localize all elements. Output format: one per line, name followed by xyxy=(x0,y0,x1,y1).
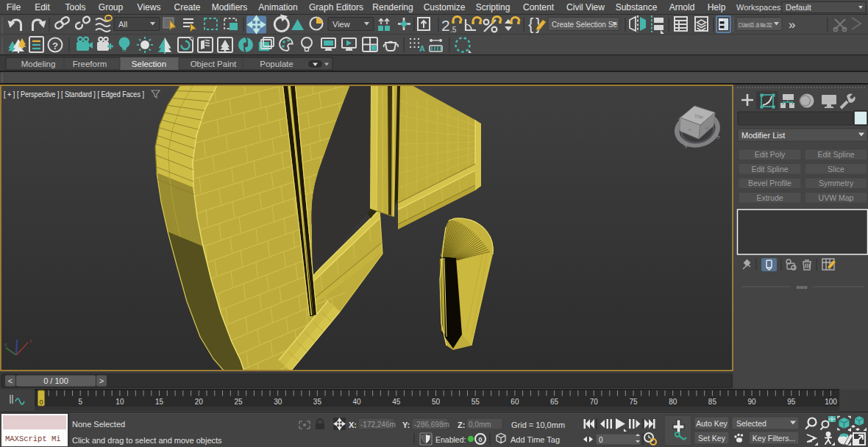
svg-text:Auto Key: Auto Key xyxy=(696,419,728,428)
svg-text:Grid = 10,0mm: Grid = 10,0mm xyxy=(511,421,565,429)
svg-text:Scripting: Scripting xyxy=(476,2,511,12)
svg-text:Selected: Selected xyxy=(736,419,766,428)
svg-text:Civil View: Civil View xyxy=(566,2,605,12)
svg-text:55: 55 xyxy=(472,398,480,406)
svg-text:Y:: Y: xyxy=(402,421,410,429)
svg-text:MAXScript Mi: MAXScript Mi xyxy=(5,435,61,443)
svg-text:10: 10 xyxy=(115,398,124,406)
svg-text:90: 90 xyxy=(748,398,757,406)
svg-text:50: 50 xyxy=(432,398,441,406)
svg-text:Rendering: Rendering xyxy=(372,2,413,12)
svg-text:15: 15 xyxy=(155,398,164,406)
svg-text:Substance: Substance xyxy=(616,2,658,12)
svg-text:Views: Views xyxy=(138,2,161,12)
svg-text:2: 2 xyxy=(441,17,450,34)
svg-text:45: 45 xyxy=(392,398,401,406)
svg-text:20: 20 xyxy=(195,398,204,406)
svg-text:C:\Users\Ol...ds Max 202:: C:\Users\Ol...ds Max 202: xyxy=(739,21,772,29)
svg-text:30: 30 xyxy=(274,398,282,406)
svg-text:35: 35 xyxy=(313,398,322,406)
svg-text:File: File xyxy=(7,2,21,12)
svg-text:Arnold: Arnold xyxy=(669,2,695,12)
svg-text:Populate: Populate xyxy=(260,60,293,68)
svg-text:{: { xyxy=(528,15,533,33)
svg-text:Z:: Z: xyxy=(458,421,465,429)
svg-text:<: < xyxy=(8,376,13,385)
svg-text:Bevel Profile: Bevel Profile xyxy=(748,179,791,187)
svg-text:Object Paint: Object Paint xyxy=(191,60,237,68)
svg-text:0: 0 xyxy=(599,436,603,444)
svg-text:A: A xyxy=(419,44,425,53)
svg-text:Freeform: Freeform xyxy=(73,60,107,68)
svg-text:Click and drag to select and m: Click and drag to select and move object… xyxy=(72,436,222,445)
svg-text:Modeling: Modeling xyxy=(21,60,56,68)
svg-text:Create Selection Se: Create Selection Se xyxy=(552,21,617,29)
svg-text:[ + ] [ Perspective ] [ Standa: [ + ] [ Perspective ] [ Standard ] [ Edg… xyxy=(4,90,144,99)
svg-text:100: 100 xyxy=(825,398,837,406)
svg-text:X:: X: xyxy=(349,421,357,429)
svg-text:Customize: Customize xyxy=(424,2,466,12)
svg-text:Selection: Selection xyxy=(132,60,166,68)
svg-text:Edit: Edit xyxy=(35,2,50,12)
svg-text:www: www xyxy=(795,285,808,290)
svg-text:Key Filters...: Key Filters... xyxy=(753,434,795,443)
svg-text:85: 85 xyxy=(708,398,717,406)
svg-text:70: 70 xyxy=(590,398,599,406)
svg-text:>: > xyxy=(99,376,104,385)
svg-text:ur: ur xyxy=(705,126,709,130)
svg-text:0 / 100: 0 / 100 xyxy=(43,376,68,385)
svg-text:Tools: Tools xyxy=(65,2,85,12)
svg-text:Extrude: Extrude xyxy=(756,193,783,202)
svg-text:95: 95 xyxy=(787,398,796,406)
svg-text:Enabled:: Enabled: xyxy=(435,435,466,444)
svg-text:View: View xyxy=(332,20,350,29)
svg-text:None Selected: None Selected xyxy=(72,420,125,429)
svg-text:5: 5 xyxy=(78,398,82,406)
svg-text:?: ? xyxy=(52,40,58,51)
svg-text:Modifiers: Modifiers xyxy=(212,2,248,12)
svg-text:»: » xyxy=(789,18,795,32)
svg-text:Modifier List: Modifier List xyxy=(741,131,785,140)
svg-text:Animation: Animation xyxy=(258,2,297,12)
svg-text:0: 0 xyxy=(39,398,43,406)
svg-text:Add Time Tag: Add Time Tag xyxy=(511,435,560,444)
svg-text:All: All xyxy=(118,20,127,29)
svg-text:UVW Map: UVW Map xyxy=(819,193,854,202)
svg-text:Slice: Slice xyxy=(828,165,844,174)
svg-text:Create: Create xyxy=(174,2,200,12)
svg-text:i+: i+ xyxy=(689,127,691,132)
svg-text:60: 60 xyxy=(511,398,519,406)
svg-text:80: 80 xyxy=(669,398,677,406)
svg-text:Set Key: Set Key xyxy=(698,434,726,443)
svg-text:75: 75 xyxy=(629,398,638,406)
svg-text:x: x xyxy=(4,342,7,347)
svg-text:Workspaces:: Workspaces: xyxy=(736,3,783,12)
svg-text:Edit Poly: Edit Poly xyxy=(755,150,786,159)
svg-text:.5: .5 xyxy=(450,26,457,34)
svg-text:-172,246m: -172,246m xyxy=(360,421,396,429)
svg-text:65: 65 xyxy=(550,398,559,406)
svg-text:Help: Help xyxy=(708,2,726,12)
svg-text:25: 25 xyxy=(234,398,243,406)
svg-text:-286,698m: -286,698m xyxy=(414,421,449,429)
svg-text:Symmetry: Symmetry xyxy=(819,179,854,187)
svg-text:x: x xyxy=(29,338,32,343)
svg-text:40: 40 xyxy=(353,398,362,406)
svg-text:Group: Group xyxy=(99,2,124,12)
svg-text:0: 0 xyxy=(478,436,482,443)
svg-text:Edit Spline: Edit Spline xyxy=(751,165,788,174)
svg-text:Content: Content xyxy=(523,2,555,12)
svg-text:Default: Default xyxy=(786,3,811,12)
svg-text:Graph Editors: Graph Editors xyxy=(309,2,363,12)
svg-text:Edit Spline: Edit Spline xyxy=(817,150,854,159)
svg-text:0,0mm: 0,0mm xyxy=(469,421,491,429)
